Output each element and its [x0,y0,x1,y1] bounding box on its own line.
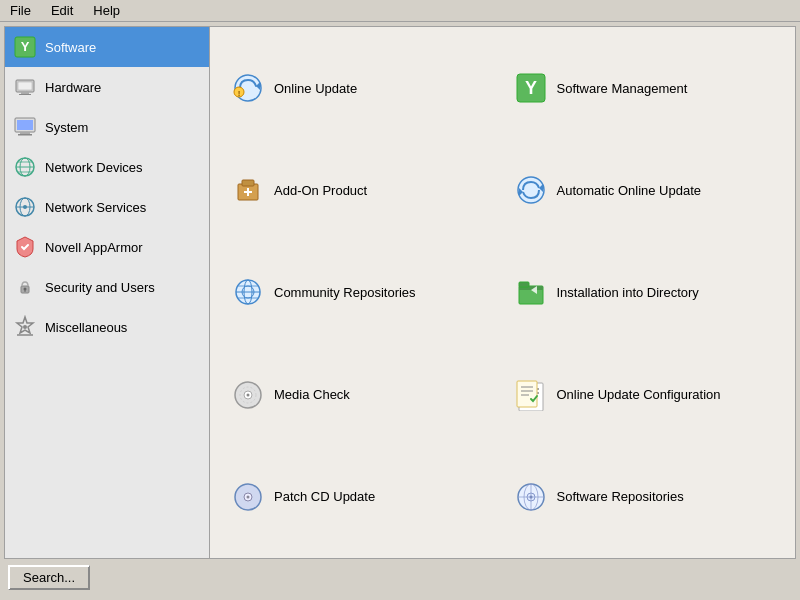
menu-file[interactable]: File [4,1,37,20]
svg-text:Y: Y [21,39,30,54]
sidebar: Y Software Hardware [5,27,210,558]
sidebar-item-hardware[interactable]: Hardware [5,67,209,107]
grid-item-software-repositories[interactable]: Software Repositories [503,446,786,548]
grid-label-software-repositories: Software Repositories [557,489,684,504]
security-users-icon [13,275,37,299]
automatic-online-update-icon [515,174,547,206]
software-management-icon: Y [515,72,547,104]
sidebar-label-network-devices: Network Devices [45,160,143,175]
hardware-icon [13,75,37,99]
sidebar-item-novell-apparmor[interactable]: Novell AppArmor [5,227,209,267]
grid-label-patch-cd-update: Patch CD Update [274,489,375,504]
menu-help[interactable]: Help [87,1,126,20]
software-icon: Y [13,35,37,59]
main-content: ! Online Update Y Software Management [210,27,795,558]
grid-label-media-check: Media Check [274,387,350,402]
sidebar-label-security-users: Security and Users [45,280,155,295]
grid-item-addon-product[interactable]: Add-On Product [220,139,503,241]
grid-item-installation-directory[interactable]: Installation into Directory [503,241,786,343]
svg-point-34 [518,177,544,203]
search-button[interactable]: Search... [8,565,90,590]
grid-item-online-update-config[interactable]: Online Update Configuration [503,344,786,446]
software-repositories-icon [515,481,547,513]
grid-label-software-management: Software Management [557,81,688,96]
online-update-icon: ! [232,72,264,104]
content-area: Y Software Hardware [4,26,796,559]
svg-text:Y: Y [524,78,536,98]
grid-item-media-check[interactable]: Media Check [220,344,503,446]
svg-point-22 [23,325,27,329]
sidebar-item-system[interactable]: System [5,107,209,147]
sidebar-item-network-devices[interactable]: Network Devices [5,147,209,187]
grid-label-installation-directory: Installation into Directory [557,285,699,300]
svg-point-49 [247,393,250,396]
network-services-icon [13,195,37,219]
sidebar-label-network-services: Network Services [45,200,146,215]
svg-rect-7 [17,120,33,130]
novell-apparmor-icon [13,235,37,259]
svg-point-61 [247,495,250,498]
svg-text:!: ! [238,89,241,98]
svg-rect-55 [517,381,537,407]
svg-rect-4 [21,92,29,94]
grid-label-addon-product: Add-On Product [274,183,367,198]
sidebar-label-hardware: Hardware [45,80,101,95]
sidebar-label-miscellaneous: Miscellaneous [45,320,127,335]
grid-item-community-repositories[interactable]: Community Repositories [220,241,503,343]
bottom-bar: Search... [4,559,796,596]
svg-rect-8 [20,132,30,134]
svg-point-18 [23,205,27,209]
sidebar-label-system: System [45,120,88,135]
grid-item-online-update[interactable]: ! Online Update [220,37,503,139]
sidebar-item-miscellaneous[interactable]: Miscellaneous [5,307,209,347]
addon-product-icon [232,174,264,206]
grid-item-software-management[interactable]: Y Software Management [503,37,786,139]
grid-label-community-repositories: Community Repositories [274,285,416,300]
menubar: File Edit Help [0,0,800,22]
miscellaneous-icon [13,315,37,339]
grid-label-online-update-config: Online Update Configuration [557,387,721,402]
svg-rect-5 [19,94,31,95]
system-icon [13,115,37,139]
svg-rect-46 [519,282,529,287]
grid-item-patch-cd-update[interactable]: Patch CD Update [220,446,503,548]
sidebar-item-software[interactable]: Y Software [5,27,209,67]
svg-rect-31 [242,180,254,186]
main-window: Y Software Hardware [0,22,800,600]
media-check-icon [232,379,264,411]
online-update-config-icon [515,379,547,411]
sidebar-item-network-services[interactable]: Network Services [5,187,209,227]
sidebar-item-security-users[interactable]: Security and Users [5,267,209,307]
svg-rect-9 [18,134,32,136]
menu-edit[interactable]: Edit [45,1,79,20]
community-repositories-icon [232,276,264,308]
grid-item-automatic-online-update[interactable]: Automatic Online Update [503,139,786,241]
grid-label-online-update: Online Update [274,81,357,96]
network-devices-icon [13,155,37,179]
svg-rect-3 [18,82,32,90]
grid-label-automatic-online-update: Automatic Online Update [557,183,702,198]
items-grid: ! Online Update Y Software Management [220,37,785,548]
installation-directory-icon [515,276,547,308]
patch-cd-update-icon [232,481,264,513]
sidebar-label-novell-apparmor: Novell AppArmor [45,240,143,255]
sidebar-label-software: Software [45,40,96,55]
